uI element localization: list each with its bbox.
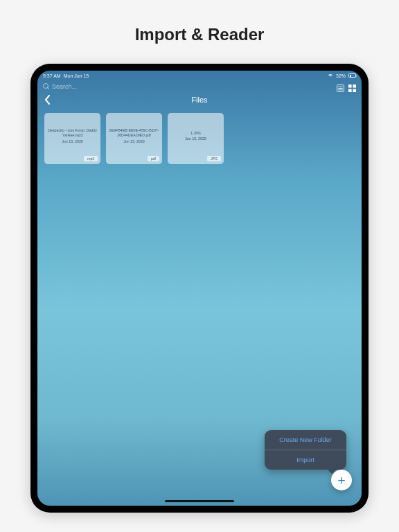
add-menu-popover: Create New Folder Import [265,430,346,470]
file-name: 1.JPG [190,131,201,136]
screen: 9:37 AM Mon Jun 15 32% Search... [37,71,362,506]
home-indicator [165,500,234,502]
search-input[interactable]: Search... [43,83,332,90]
view-mode-toggles [337,82,356,90]
file-date: Jun 15, 2020 [185,136,206,141]
nav-bar: Files [37,94,362,110]
list-view-icon[interactable] [337,82,344,90]
add-button[interactable]: + [331,470,352,490]
file-tile[interactable]: Despacito - Luis Fonsi, Daddy Yankee.mp3… [44,113,100,164]
wifi-icon [328,73,333,78]
svg-rect-4 [348,85,352,88]
status-left: 9:37 AM Mon Jun 15 [43,73,89,78]
file-ext-badge: mp3 [84,156,98,161]
plus-icon: + [337,474,345,487]
svg-rect-7 [353,89,356,92]
search-row: Search... [37,80,362,94]
file-grid: Despacito - Luis Fonsi, Daddy Yankee.mp3… [37,110,362,167]
status-time: 9:37 AM [43,73,61,78]
file-name: Despacito - Luis Fonsi, Daddy Yankee.mp3 [47,128,98,137]
status-battery-text: 32% [336,73,346,78]
svg-rect-5 [353,85,356,88]
battery-icon [348,73,356,78]
status-date: Mon Jun 15 [64,73,89,78]
file-ext-badge: JPG [207,156,221,161]
status-right: 32% [328,73,356,78]
search-icon [43,83,49,89]
file-tile[interactable]: 1.JPG Jun 15, 2020 JPG [168,113,224,164]
svg-rect-6 [348,89,352,92]
file-date: Jun 15, 2020 [62,139,83,143]
device-frame: 9:37 AM Mon Jun 15 32% Search... [30,64,369,513]
create-folder-item[interactable]: Create New Folder [265,430,346,450]
file-ext-badge: pdf [148,156,159,161]
import-item[interactable]: Import [265,450,346,470]
status-bar: 9:37 AM Mon Jun 15 32% [37,71,362,80]
file-date: Jun 15, 2020 [123,139,145,143]
back-button[interactable] [44,95,51,105]
file-tile[interactable]: 2E9FB4EB-EE0E-459C-B207-20D44DEA29ED.pdf… [106,113,162,164]
file-name: 2E9FB4EB-EE0E-459C-B207-20D44DEA29ED.pdf [109,128,159,137]
page-title: Files [37,96,362,104]
grid-view-icon[interactable] [348,82,356,90]
search-placeholder: Search... [52,83,77,90]
page-root: Import & Reader 9:37 AM Mon Jun 15 32% [0,0,399,532]
marketing-title: Import & Reader [135,25,265,44]
